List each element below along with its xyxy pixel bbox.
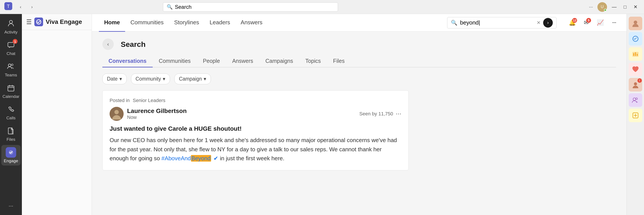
engage-nav-storylines[interactable]: Storylines (169, 14, 204, 32)
search-tabs: Conversations Communities People Answers… (102, 55, 616, 67)
sidebar-item-engage[interactable]: Engage (1, 145, 20, 165)
chat-label: Chat (6, 51, 15, 56)
engage-nav-links: Home Communities Storylines Leaders Answ… (99, 14, 268, 32)
engage-topbar: Home Communities Storylines Leaders Answ… (92, 14, 626, 32)
right-app-1[interactable] (629, 17, 642, 30)
date-filter-label: Date (107, 76, 118, 82)
campaign-filter-button[interactable]: Campaign ▾ (174, 74, 211, 84)
engage-sidebar-header: ☰ Viva Engage (22, 14, 92, 30)
sidebar-item-chat[interactable]: Chat 1 (1, 38, 20, 58)
chat-badge: 1 (13, 39, 18, 44)
minimize-button[interactable]: — (610, 3, 619, 11)
activity-icon (6, 18, 16, 29)
search-tab-communities[interactable]: Communities (153, 55, 197, 67)
files-icon (6, 126, 16, 136)
search-tab-answers[interactable]: Answers (226, 55, 259, 67)
hamburger-menu-button[interactable]: ☰ (26, 18, 32, 26)
svg-point-12 (114, 110, 119, 114)
post-card: Posted in Senior Leaders Laurence Gilber… (102, 90, 408, 170)
notifications-button[interactable]: 🔔 12 (567, 18, 578, 28)
engage-sidebar-title: Viva Engage (46, 18, 82, 25)
engage-logo (34, 18, 43, 26)
search-tab-conversations[interactable]: Conversations (102, 55, 153, 67)
topbar-more-button[interactable]: ··· (609, 18, 620, 28)
post-verified-icon: ✔ (214, 155, 218, 162)
sidebar-item-activity[interactable]: Activity (1, 16, 20, 37)
svg-point-13 (634, 21, 637, 24)
seen-count: Seen by 11,750 (360, 111, 393, 117)
title-bar: T ‹ › 🔍 ··· U — □ ✕ (0, 0, 644, 14)
engage-label: Engage (4, 158, 18, 163)
post-meta: Posted in Senior Leaders (110, 98, 402, 103)
title-more-button[interactable]: ··· (587, 3, 594, 11)
search-content: ‹ Search Conversations Communities Peopl… (92, 32, 626, 215)
search-go-button[interactable]: › (543, 18, 553, 28)
search-page-title: Search (121, 40, 146, 49)
engage-nav-home[interactable]: Home (99, 14, 125, 32)
inbox-button[interactable]: ✉ 5 (581, 18, 592, 28)
right-app-2[interactable] (629, 32, 642, 46)
engage-search-icon: 🔍 (451, 20, 458, 26)
calendar-label: Calendar (2, 94, 19, 99)
post-body-text-2: in just the first week here. (220, 155, 284, 162)
post-body: Our new CEO has only been here for 1 wee… (110, 136, 402, 163)
engage-nav-leaders[interactable]: Leaders (204, 14, 236, 32)
svg-point-2 (10, 20, 12, 24)
engage-icon (6, 147, 16, 158)
title-search-input[interactable] (175, 4, 334, 10)
date-chevron-icon: ▾ (120, 76, 122, 82)
title-search-bar[interactable]: 🔍 (163, 3, 338, 12)
title-bar-nav: ‹ › (16, 2, 37, 12)
teams-sidebar: Activity Chat 1 Teams (0, 14, 22, 215)
svg-rect-3 (8, 43, 14, 47)
post-hashtag[interactable]: #AboveAndBeyond (162, 155, 212, 162)
svg-point-20 (636, 98, 638, 100)
date-filter-button[interactable]: Date ▾ (102, 74, 127, 84)
sidebar-item-teams[interactable]: Teams (1, 59, 20, 80)
teams-logo: T (4, 2, 12, 12)
engage-nav-answers[interactable]: Answers (236, 14, 268, 32)
post-community[interactable]: Senior Leaders (133, 98, 166, 103)
notifications-badge: 12 (572, 18, 577, 23)
app5-badge: ! (638, 78, 642, 83)
search-tab-files[interactable]: Files (327, 55, 351, 67)
nav-forward-button[interactable]: › (27, 2, 37, 12)
author-info: Laurence Gilbertson Now (127, 108, 356, 120)
close-button[interactable]: ✕ (631, 3, 640, 11)
author-name[interactable]: Laurence Gilbertson (127, 108, 356, 114)
user-avatar[interactable]: U (598, 2, 607, 12)
right-sidebar: ! (626, 14, 644, 215)
sidebar-item-calls[interactable]: Calls (1, 102, 20, 123)
sidebar-item-calendar[interactable]: Calendar (1, 81, 20, 101)
analytics-button[interactable]: 📈 (595, 18, 606, 28)
engage-search-bar[interactable]: 🔍 ✕ › (447, 17, 556, 29)
calls-label: Calls (6, 116, 16, 120)
sidebar-more-button[interactable]: ··· (1, 200, 20, 211)
svg-point-4 (8, 64, 11, 67)
sidebar-item-files[interactable]: Files (1, 123, 20, 144)
search-tab-topics[interactable]: Topics (299, 55, 327, 67)
highlight-word: Beyond (191, 155, 211, 162)
right-app-4[interactable] (629, 63, 642, 76)
search-tab-campaigns[interactable]: Campaigns (259, 55, 299, 67)
right-app-6[interactable] (629, 93, 642, 107)
community-filter-label: Community (136, 76, 161, 82)
community-filter-button[interactable]: Community ▾ (131, 74, 170, 84)
svg-rect-15 (633, 53, 634, 56)
maximize-button[interactable]: □ (622, 3, 629, 11)
engage-nav-communities[interactable]: Communities (125, 14, 169, 32)
calendar-icon (6, 83, 16, 93)
post-more-button[interactable]: ⋯ (396, 111, 402, 117)
inbox-badge: 5 (586, 18, 591, 23)
search-clear-button[interactable]: ✕ (536, 20, 540, 26)
engage-sidebar: ☰ Viva Engage (22, 14, 92, 215)
topbar-icons: 🔔 12 ✉ 5 📈 ··· (567, 18, 620, 28)
search-tab-people[interactable]: People (197, 55, 226, 67)
right-app-5[interactable]: ! (629, 78, 642, 92)
filter-row: Date ▾ Community ▾ Campaign ▾ (102, 74, 616, 84)
right-app-7[interactable] (629, 109, 642, 122)
back-button[interactable]: ‹ (102, 39, 114, 50)
right-app-3[interactable] (629, 47, 642, 61)
nav-back-button[interactable]: ‹ (16, 2, 26, 12)
engage-search-input[interactable] (460, 19, 534, 26)
